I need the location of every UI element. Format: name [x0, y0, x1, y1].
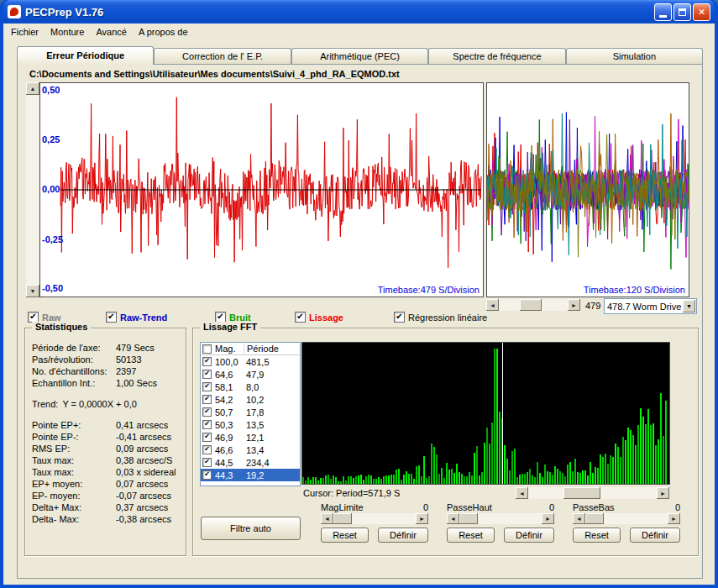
scroll-right-button[interactable]: ► — [542, 513, 554, 524]
fft-harmonic-row[interactable]: ✔44,5234,4 — [201, 456, 300, 469]
stat-label: Taux max: — [32, 455, 116, 465]
scrollbar-thumb[interactable] — [459, 513, 478, 524]
fft-spectrum-chart[interactable] — [301, 342, 670, 485]
scroll-left-button[interactable]: ◄ — [573, 513, 585, 524]
fft-harmonic-row[interactable]: ✔100,0481,5 — [201, 355, 300, 368]
toggle-raw-trend[interactable]: ✔Raw-Trend — [106, 312, 167, 323]
stat-value: 0,09 arcsecs — [116, 444, 168, 454]
stat-label: Echantillon Int.: — [32, 378, 116, 388]
series-toggle-row: ✔Raw✔Raw-Trend✔Bruit✔Lissage✔Régression … — [18, 312, 702, 324]
scrollbar-thumb[interactable] — [563, 487, 600, 499]
tab-spectre-de-fr-quence[interactable]: Spectre de fréquence — [428, 48, 565, 64]
scroll-left-button[interactable]: ◄ — [447, 513, 459, 524]
reset-button-maglimite[interactable]: Reset — [321, 528, 369, 543]
checkbox[interactable]: ✔ — [202, 382, 212, 391]
scroll-right-button[interactable]: ► — [416, 513, 428, 524]
tab-erreur-p-riodique[interactable]: Erreur Périodique — [17, 46, 154, 65]
scroll-up-button[interactable]: ▲ — [26, 82, 39, 95]
fft-harmonic-row[interactable]: ✔46,613,4 — [201, 444, 300, 456]
checkbox[interactable]: ✔ — [202, 458, 212, 467]
scroll-right-button[interactable]: ► — [668, 513, 680, 524]
reset-button-passehaut[interactable]: Reset — [447, 528, 495, 543]
checkbox[interactable]: ✔ — [202, 370, 212, 379]
fft-harmonic-row[interactable]: ✔64,647,9 — [201, 368, 300, 381]
fft-harmonic-row[interactable]: ✔46,912,1 — [201, 431, 300, 444]
tab-simulation[interactable]: Simulation — [566, 48, 703, 64]
scrollbar-thumb[interactable] — [333, 513, 352, 524]
check-icon: ✔ — [204, 433, 210, 440]
checkbox[interactable]: ✔ — [202, 357, 212, 366]
checkbox[interactable]: ✔ — [202, 470, 212, 480]
scrollbar-track[interactable] — [333, 513, 416, 524]
scrollbar-track[interactable] — [585, 513, 668, 524]
scroll-left-button[interactable]: ◄ — [486, 299, 499, 311]
checkbox[interactable]: ✔ — [394, 312, 405, 323]
stat-label: RMS EP: — [32, 444, 116, 454]
fft-harmonics-list[interactable]: Mag.Période✔100,0481,5✔64,647,9✔58,18,0✔… — [200, 342, 301, 486]
menu-monture[interactable]: Monture — [45, 24, 90, 39]
checkbox[interactable]: ✔ — [202, 433, 212, 442]
scrollbar-track[interactable] — [528, 487, 657, 499]
checkbox[interactable]: ✔ — [202, 445, 212, 454]
fft-harmonic-row[interactable]: ✔50,717,8 — [201, 406, 300, 418]
scroll-right-button[interactable]: ► — [568, 299, 580, 311]
filter-scrollbar-maglimite[interactable]: ◄► — [321, 513, 428, 524]
close-button[interactable]: ✕ — [693, 3, 710, 21]
filter-value: 0 — [675, 502, 680, 512]
reset-button-passebas[interactable]: Reset — [573, 528, 621, 543]
toggle-lissage[interactable]: ✔Lissage — [295, 312, 343, 323]
checkbox[interactable]: ✔ — [202, 420, 212, 429]
fft-harmonic-row[interactable]: ✔58,18,0 — [201, 381, 300, 393]
fft-harmonic-row[interactable]: ✔44,319,2 — [201, 469, 300, 481]
fft-smoothing-group: Lissage FFT Mag.Période✔100,0481,5✔64,64… — [192, 328, 699, 556]
toggle-r-gression-lin-aire[interactable]: ✔Régression linéaire — [394, 312, 487, 323]
check-icon: ✔ — [107, 312, 114, 321]
define-button-passebas[interactable]: Définir — [630, 528, 680, 543]
tab-correction-de-l-e-p[interactable]: Correction de l' E.P. — [154, 48, 291, 64]
scrollbar-track[interactable] — [499, 299, 568, 311]
menu-fichier[interactable]: Fichier — [5, 24, 45, 39]
fft-period-value: 234,4 — [246, 458, 300, 468]
check-icon: ✔ — [204, 383, 210, 390]
stat-label: Pas/révolution: — [32, 354, 116, 365]
scrollbar-track[interactable] — [459, 513, 542, 524]
filter-scrollbar-passehaut[interactable]: ◄► — [447, 513, 554, 524]
scroll-left-button[interactable]: ◄ — [321, 513, 333, 524]
check-icon: ✔ — [204, 358, 210, 365]
scroll-down-button[interactable]: ▼ — [26, 285, 39, 297]
stat-row: EP+ moyen:0,07 arcsecs — [32, 478, 183, 490]
window-title: PECPrep V1.76 — [25, 6, 652, 18]
worm-phase-scrollbar[interactable]: ◄► — [486, 299, 580, 311]
define-button-passehaut[interactable]: Définir — [504, 528, 554, 543]
filter-scrollbar-passebas[interactable]: ◄► — [573, 513, 680, 524]
tab-arithm-tique-pec[interactable]: Arithmétique (PEC) — [291, 48, 428, 64]
scrollbar-thumb[interactable] — [520, 299, 542, 311]
checkbox[interactable] — [202, 344, 212, 354]
auto-filter-button[interactable]: Filtre auto — [201, 517, 301, 540]
scrollbar-thumb[interactable] — [585, 513, 604, 524]
stat-label: Taux max: — [32, 467, 116, 477]
maximize-button[interactable] — [673, 3, 691, 21]
filter-label: PasseBas — [573, 502, 615, 512]
stat-label: Trend: — [32, 399, 58, 409]
fft-header-mag: Mag. — [215, 344, 246, 354]
menu-a-propos-de[interactable]: A propos de — [133, 24, 194, 39]
stat-value: -0,38 arcsecs — [116, 514, 171, 524]
main-chart-vertical-scrollbar[interactable]: ▲▼ — [26, 82, 39, 297]
define-button-maglimite[interactable]: Définir — [378, 528, 428, 543]
checkbox[interactable]: ✔ — [202, 407, 212, 417]
scroll-left-button[interactable]: ◄ — [516, 487, 528, 499]
fft-harmonic-row[interactable]: ✔50,313,5 — [201, 418, 300, 431]
fft-harmonic-row[interactable]: ✔54,210,2 — [201, 393, 300, 406]
minimize-button[interactable] — [654, 3, 672, 21]
checkbox[interactable]: ✔ — [106, 312, 117, 323]
scroll-right-button[interactable]: ► — [657, 487, 669, 499]
checkbox[interactable]: ✔ — [295, 312, 306, 323]
scrollbar-track[interactable] — [26, 95, 39, 285]
toggle-label: Raw-Trend — [120, 312, 167, 323]
menu-avanc[interactable]: Avancé — [90, 24, 133, 39]
checkbox[interactable]: ✔ — [202, 395, 212, 404]
worm-drive-value: 478.7 Worm Drive — [605, 302, 683, 312]
combo-dropdown-button[interactable]: ▼ — [683, 300, 695, 312]
fft-scrollbar[interactable]: ◄► — [516, 487, 669, 499]
